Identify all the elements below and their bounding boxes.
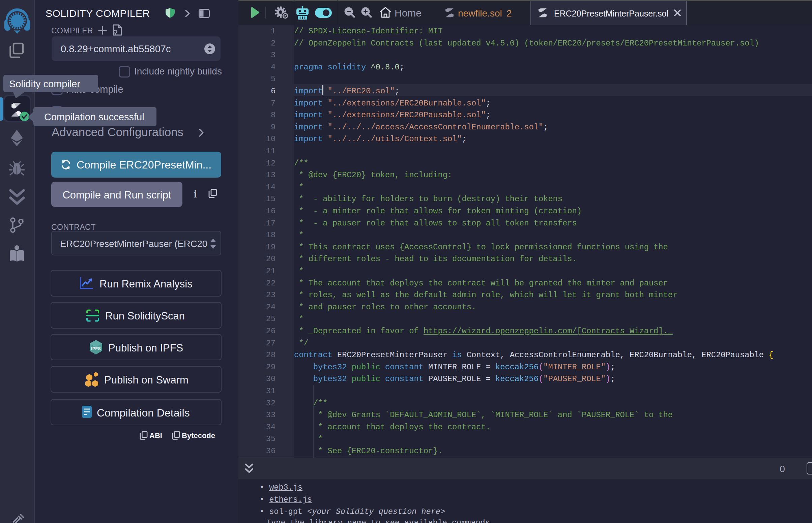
svg-text:IPFS: IPFS [91, 346, 101, 351]
